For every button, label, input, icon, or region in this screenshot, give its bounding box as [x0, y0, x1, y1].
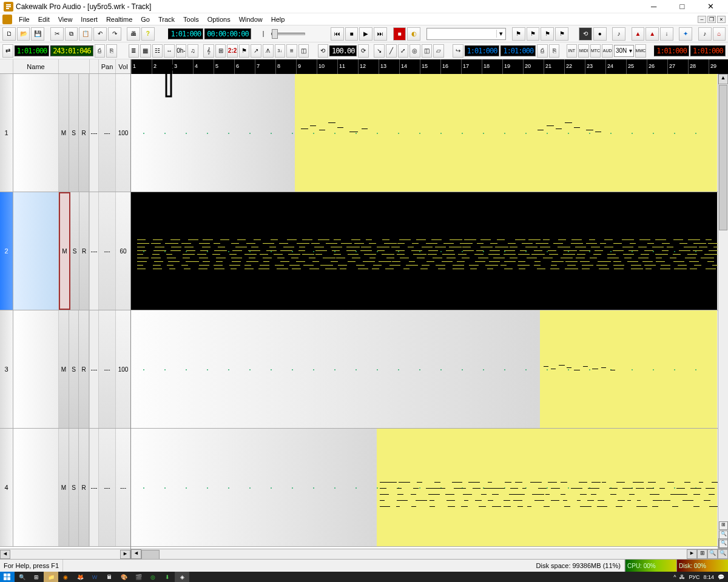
erase-tool-button[interactable]: ▱ — [433, 44, 444, 58]
note-button[interactable]: ♪ — [612, 27, 625, 41]
mdi-min-button[interactable]: – — [698, 16, 706, 23]
rewind-button[interactable]: ⏮ — [331, 27, 344, 41]
track-port[interactable]: --- — [90, 310, 99, 428]
arm-button[interactable]: R — [79, 429, 89, 546]
record-button[interactable]: ■ — [393, 27, 406, 41]
track-port[interactable]: --- — [90, 429, 99, 546]
home-button[interactable]: ⌂ — [713, 27, 726, 41]
taskbar-app-icon[interactable]: 🦊 — [73, 572, 87, 582]
scroll-right-button[interactable]: ► — [687, 549, 697, 559]
punch-in-display[interactable]: 1:01:000 — [465, 45, 500, 56]
mute-button[interactable]: M — [59, 310, 69, 428]
punch-out-display[interactable]: 1:01:000 — [500, 45, 536, 56]
stop-button[interactable]: ■ — [345, 27, 359, 41]
position-display[interactable]: 1:01:000 — [168, 28, 203, 39]
col-pan[interactable]: Pan — [99, 59, 116, 73]
punch-button[interactable]: ↪ — [453, 44, 463, 58]
sync-int-button[interactable]: INT — [567, 44, 578, 58]
clip-row[interactable] — [131, 429, 728, 547]
view-staff-button[interactable]: ♫ — [187, 44, 198, 58]
step-record-button[interactable]: ● — [593, 27, 607, 41]
auto-punch-button[interactable]: ◐ — [407, 27, 420, 41]
start-button[interactable] — [0, 572, 15, 582]
scroll-up-button[interactable]: ▲ — [718, 74, 728, 84]
mute-button[interactable]: M — [59, 429, 69, 546]
minimize-button[interactable]: ─ — [640, 1, 667, 13]
track-port[interactable]: --- — [90, 74, 99, 192]
set-punch-in-button[interactable]: ⎙ — [537, 44, 548, 58]
view-tracks-button[interactable]: ≣ — [129, 44, 140, 58]
solo-b-button[interactable]: ▲ — [645, 27, 659, 41]
menu-help[interactable]: Help — [267, 16, 289, 23]
set-thru-button[interactable]: ⎘ — [106, 44, 117, 58]
menu-insert[interactable]: Insert — [76, 16, 102, 23]
taskbar-app-icon[interactable]: 🖩 — [102, 572, 116, 582]
thru-display[interactable]: 243:01:046 — [50, 45, 93, 56]
track-vol[interactable]: 100 — [116, 74, 130, 192]
mute-button[interactable]: M — [59, 192, 70, 310]
loop-toggle-button[interactable]: ⇄ — [2, 44, 13, 58]
scroll-right-button[interactable]: ► — [120, 550, 130, 559]
scrub-button[interactable]: ⤢ — [398, 44, 409, 58]
solo-button[interactable]: S — [69, 74, 79, 192]
menu-track[interactable]: Track — [154, 16, 179, 23]
tempo-lock-button[interactable]: ⟲ — [318, 44, 329, 58]
paste-button[interactable]: 📋 — [79, 27, 92, 41]
hscroll-thumb[interactable] — [141, 550, 160, 559]
print-button[interactable]: 🖶 — [127, 27, 140, 41]
solo-button[interactable]: S — [70, 192, 80, 310]
play-button[interactable]: ▶ — [359, 27, 372, 41]
track-pan[interactable]: --- — [99, 310, 116, 428]
arm-button[interactable]: R — [79, 74, 89, 192]
vscroll-thumb[interactable] — [719, 85, 727, 230]
set-punch-out-button[interactable]: ⎘ — [549, 44, 560, 58]
undo-button[interactable]: ↶ — [93, 27, 107, 41]
mdi-close-button[interactable]: × — [717, 16, 726, 23]
menu-edit[interactable]: Edit — [34, 16, 54, 23]
mute-button[interactable]: M — [59, 74, 69, 192]
view-controllers-button[interactable]: ↔ — [164, 44, 175, 58]
view-lyrics-button[interactable]: 𝄞 — [203, 44, 214, 58]
track-row[interactable]: 2MSR------60 — [0, 192, 130, 310]
view-video-button[interactable]: ⊞ — [215, 44, 226, 58]
tray-clock[interactable]: 8:14 — [703, 574, 714, 580]
tempo-down-button[interactable]: ↓ — [660, 27, 673, 41]
taskbar-app-icon[interactable]: 🎨 — [116, 572, 131, 582]
close-button[interactable]: ✕ — [697, 1, 724, 13]
sel-from-display[interactable]: 1:01:000 — [654, 45, 689, 56]
open-button[interactable]: 📂 — [17, 27, 30, 41]
col-vol[interactable]: Vol — [116, 59, 130, 73]
taskview-button[interactable]: ⊞ — [29, 572, 44, 582]
select-tool-button[interactable]: ◫ — [422, 44, 433, 58]
solo-a-button[interactable]: ▲ — [632, 27, 645, 41]
draw-line-button[interactable]: ╱ — [386, 44, 397, 58]
tempo-display[interactable]: 100.00 — [329, 45, 357, 56]
track-name-cell[interactable] — [13, 310, 59, 428]
system-menu-icon[interactable] — [2, 15, 12, 24]
track-pan[interactable]: --- — [99, 429, 116, 546]
solo-button[interactable]: S — [69, 310, 79, 428]
redo-button[interactable]: ↷ — [108, 27, 121, 41]
menu-realtime[interactable]: Realtime — [102, 16, 136, 23]
track-row[interactable]: 4MSR--------- — [0, 429, 130, 547]
snap-button[interactable]: ↘ — [374, 44, 385, 58]
track-number[interactable]: 1 — [0, 74, 13, 192]
marker-button[interactable]: ⚑ — [527, 27, 540, 41]
menu-view[interactable]: View — [54, 16, 77, 23]
from-display[interactable]: 1:01:000 — [15, 45, 50, 56]
track-row[interactable]: 1MSR------100 — [0, 74, 130, 192]
zoom-out-v-button[interactable]: 🔍 — [719, 540, 728, 548]
solo-button[interactable]: S — [69, 429, 79, 546]
sel-thru-display[interactable]: 1:01:000 — [690, 45, 726, 56]
sync-midi-button[interactable]: MIDI — [578, 44, 589, 58]
meter-button[interactable]: 2:2 — [227, 44, 238, 58]
taskbar-app-icon[interactable]: 🎬 — [131, 572, 146, 582]
tempo-ratio-button[interactable]: ⟳ — [358, 44, 369, 58]
mdi-restore-button[interactable]: ❐ — [707, 16, 716, 23]
menu-options[interactable]: Options — [203, 16, 235, 23]
tray-expand-icon[interactable]: ^ — [673, 574, 676, 580]
view-console-button[interactable]: ≡ — [286, 44, 297, 58]
track-vol[interactable]: 60 — [116, 192, 130, 310]
track-number[interactable]: 3 — [0, 310, 13, 428]
view-piano-button[interactable]: ▦ — [140, 44, 151, 58]
